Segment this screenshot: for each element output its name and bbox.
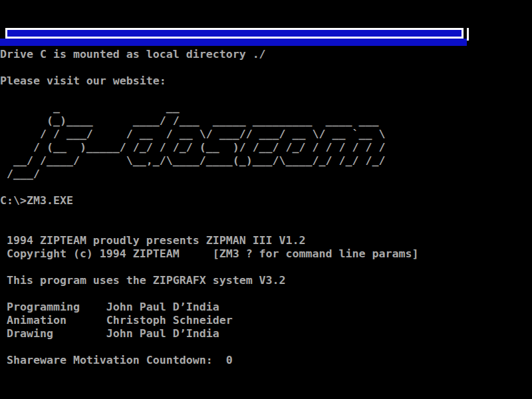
jsdos-logo-line-2: (_)____ ____/ /___ _____ _________ ____ … [0, 114, 378, 128]
zipman-copyright: Copyright (c) 1994 ZIPTEAM [ZM3 ? for co… [0, 247, 418, 261]
loading-progress-bar [5, 28, 464, 39]
jsdos-logo-line-5: __/ /____/ \__,_/\____/____(_)___/\____/… [0, 154, 385, 168]
jsdos-logo-line-1: _ __ [0, 101, 180, 114]
credit-animation: Animation Christoph Schneider [0, 314, 233, 327]
jsdos-logo-line-6: /___/ [0, 168, 40, 181]
dos-screen[interactable]: Drive C is mounted as local directory ./… [0, 0, 532, 399]
credit-programming: Programming John Paul D’India [0, 301, 219, 314]
loading-progress-bar-fill [0, 39, 467, 46]
loading-progress-bar-right-edge [467, 28, 469, 41]
jsdos-logo-line-3: / / ___/ / __ / __ \/ ___// ___/ __ \/ _… [0, 128, 385, 141]
zipman-presents: 1994 ZIPTEAM proudly presents ZIPMAN III… [0, 234, 306, 247]
website-message: Please visit our website: [0, 74, 166, 88]
command-prompt: C:\>ZM3.EXE [0, 194, 73, 207]
credit-drawing: Drawing John Paul D’India [0, 327, 219, 340]
zipgrafx-message: This program uses the ZIPGRAFX system V3… [0, 274, 286, 287]
jsdos-logo-line-4: / (__ )_____/ /_/ / /_/ (__ )/ /__/ /_/ … [0, 141, 385, 154]
mount-message: Drive C is mounted as local directory ./ [0, 48, 266, 61]
shareware-countdown: Shareware Motivation Countdown: 0 [0, 354, 233, 367]
